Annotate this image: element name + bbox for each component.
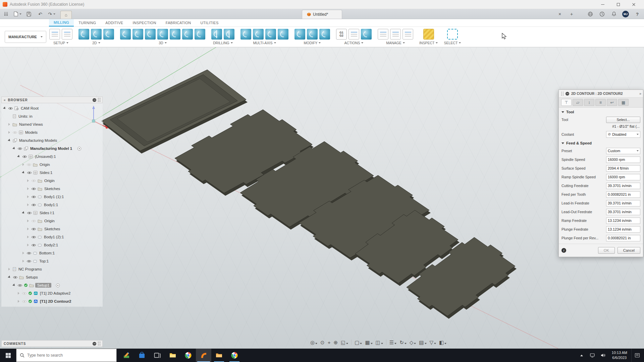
browser-row-body1-2-1[interactable]: Body1 (2):1 bbox=[1, 233, 103, 241]
expand-arrow-icon[interactable] bbox=[18, 292, 19, 295]
circular-milling-icon[interactable] bbox=[224, 29, 234, 40]
browser-row-body1-1-1[interactable]: Body1 (1):1 bbox=[1, 193, 103, 201]
visibility-eye-icon[interactable] bbox=[31, 179, 36, 183]
tool-description[interactable]: #1 - Ø1/2" flat (... bbox=[559, 124, 643, 130]
notification-bell-icon[interactable] bbox=[610, 11, 617, 17]
machine-library-icon[interactable] bbox=[402, 29, 413, 40]
browser-row-cam-root[interactable]: CAM Root bbox=[1, 104, 103, 112]
expand-arrow-icon[interactable] bbox=[22, 260, 24, 262]
expand-arrow-icon[interactable] bbox=[27, 203, 29, 206]
browser-row-origin[interactable]: Origin bbox=[1, 177, 103, 185]
expand-arrow-icon[interactable] bbox=[27, 236, 29, 238]
optimization-tab[interactable]: ▦ bbox=[618, 99, 629, 106]
cycle-icon[interactable]: ↻ bbox=[399, 340, 407, 345]
rotary-icon[interactable] bbox=[278, 29, 288, 40]
browser-row-top-1[interactable]: Top:1 bbox=[1, 257, 103, 265]
browser-row-bottom-1[interactable]: Bottom:1 bbox=[1, 249, 103, 257]
browser-row-named-views[interactable]: Named Views bbox=[1, 120, 103, 128]
ribbon-group-label[interactable]: ACTIONS bbox=[344, 41, 364, 45]
comments-header[interactable]: COMMENTS bbox=[1, 340, 103, 347]
dialog-header[interactable]: 2D CONTOUR : 2D CONTOUR2 » bbox=[559, 90, 643, 98]
browser-row-setups[interactable]: Setups bbox=[1, 273, 103, 281]
browser-row-sides-l-1[interactable]: Sides l:1 bbox=[1, 209, 103, 217]
dialog-input-ramp-spindle-speed[interactable] bbox=[606, 174, 640, 180]
store-app-icon[interactable] bbox=[134, 349, 150, 362]
minimize-panel-icon[interactable] bbox=[93, 98, 96, 102]
heights-tab[interactable]: ↕ bbox=[584, 99, 594, 106]
browser-row-units-in[interactable]: Units: in bbox=[1, 112, 103, 120]
templates-icon[interactable] bbox=[390, 29, 401, 40]
fit-icon[interactable]: ◱ bbox=[341, 340, 348, 345]
dialog-input-cutting-feedrate[interactable] bbox=[606, 183, 640, 189]
expand-arrow-icon[interactable] bbox=[8, 131, 10, 134]
app-grid-icon[interactable] bbox=[2, 10, 10, 18]
visibility-eye-icon[interactable] bbox=[27, 211, 32, 215]
browser-row-sides-1[interactable]: Sides:1 bbox=[1, 169, 103, 177]
drill-icon[interactable] bbox=[211, 29, 222, 40]
visibility-eye-icon[interactable] bbox=[8, 107, 13, 110]
ribbon-tab-fabrication[interactable]: FABRICATION bbox=[161, 19, 196, 26]
expand-arrow-icon[interactable] bbox=[18, 300, 19, 303]
scallop-icon[interactable] bbox=[170, 29, 180, 40]
browser-row-sketches[interactable]: Sketches bbox=[1, 225, 103, 233]
close-tab-icon[interactable]: × bbox=[556, 11, 563, 17]
browser-row-origin[interactable]: Origin bbox=[1, 217, 103, 225]
visibility-eye-icon[interactable] bbox=[31, 203, 36, 207]
collapse-arrow-icon[interactable] bbox=[17, 155, 20, 158]
filter-icon[interactable]: ▽ bbox=[430, 340, 436, 345]
extensions-globe-icon[interactable] bbox=[587, 11, 594, 17]
visibility-eye-icon[interactable] bbox=[26, 251, 32, 255]
file-explorer-icon[interactable] bbox=[165, 349, 180, 362]
fusion-360-icon[interactable] bbox=[196, 349, 211, 362]
collapse-panel-icon[interactable]: « bbox=[4, 98, 6, 102]
folder-app-icon[interactable] bbox=[211, 349, 227, 362]
visibility-eye-icon[interactable] bbox=[31, 219, 36, 223]
ribbon-tab-additive[interactable]: ADDITIVE bbox=[101, 19, 128, 26]
browser-row-body1-1[interactable]: Body1:1 bbox=[1, 201, 103, 209]
visibility-eye-icon[interactable] bbox=[31, 227, 36, 231]
expand-arrow-icon[interactable] bbox=[8, 123, 10, 126]
multi-axis-contour-icon[interactable] bbox=[253, 29, 264, 40]
delete-passes-icon[interactable] bbox=[307, 29, 318, 40]
home-tab[interactable]: ⌂ bbox=[60, 11, 72, 19]
grid-and-snaps-icon[interactable]: ▦ bbox=[365, 340, 372, 345]
browser-row-origin[interactable]: Origin bbox=[1, 161, 103, 169]
network-icon[interactable] bbox=[588, 349, 597, 362]
visibility-eye-icon[interactable] bbox=[31, 195, 36, 199]
passes-tab[interactable]: ≡ bbox=[595, 99, 606, 106]
ribbon-group-label[interactable]: SELECT bbox=[444, 41, 461, 45]
dialog-input-lead-out-feedrate[interactable] bbox=[606, 209, 640, 215]
ribbon-tab-inspection[interactable]: INSPECTION bbox=[128, 19, 161, 26]
maximize-button[interactable] bbox=[610, 0, 626, 9]
dialog-input-feed-per-tooth[interactable] bbox=[606, 191, 640, 198]
chrome-icon[interactable] bbox=[180, 349, 196, 362]
expand-arrow-icon[interactable] bbox=[27, 228, 29, 230]
task-view-icon[interactable] bbox=[150, 349, 165, 362]
ribbon-group-label[interactable]: SETUP bbox=[53, 41, 68, 45]
flow-icon[interactable] bbox=[265, 29, 276, 40]
document-tab[interactable]: Untitled* bbox=[302, 10, 342, 19]
browser-row-t1-2d-contour2[interactable]: [T1] 2D Contour2 bbox=[1, 297, 103, 305]
browser-row-sketches[interactable]: Sketches bbox=[1, 185, 103, 193]
minimize-button[interactable] bbox=[595, 0, 610, 9]
collapse-arrow-icon[interactable] bbox=[12, 147, 16, 150]
look-at-icon[interactable]: ⊙ bbox=[320, 340, 325, 345]
ribbon-tab-turning[interactable]: TURNING bbox=[74, 19, 101, 26]
steep-shallow-icon[interactable] bbox=[145, 29, 156, 40]
visibility-eye-icon[interactable] bbox=[26, 163, 32, 167]
2d-adaptive-icon[interactable] bbox=[91, 29, 102, 40]
dialog-input-ramp-feedrate[interactable] bbox=[606, 218, 640, 224]
geometry-tab[interactable]: ▱ bbox=[573, 99, 583, 106]
tool-library-icon[interactable] bbox=[378, 29, 388, 40]
ok-button[interactable]: OK bbox=[598, 247, 615, 254]
window-select-icon[interactable] bbox=[447, 29, 458, 40]
comments-grip-icon[interactable] bbox=[98, 342, 100, 346]
dialog-minimize-icon[interactable] bbox=[566, 92, 569, 96]
viewport[interactable]: TOP FRONT RIGHT Z X « BROWSER CAM RootUn… bbox=[0, 47, 644, 349]
activate-radio-icon[interactable] bbox=[77, 146, 82, 151]
compare-icon[interactable]: ◇ bbox=[410, 340, 416, 345]
ribbon-group-label[interactable]: 3D bbox=[159, 41, 166, 45]
feed-speed-section-header[interactable]: Feed & Speed bbox=[559, 139, 643, 146]
2d-pocket-icon[interactable] bbox=[103, 29, 114, 40]
file-menu-icon[interactable] bbox=[13, 10, 21, 18]
